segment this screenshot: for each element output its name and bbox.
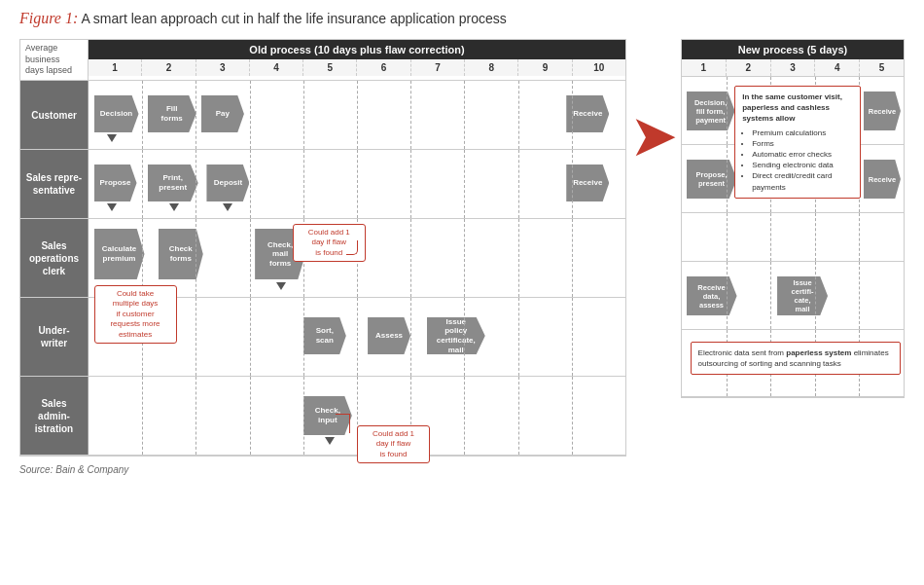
new-sales-admin-row: Electronic data sent from paperless syst… [682, 329, 904, 397]
new-day-4: 4 [815, 59, 860, 76]
old-customer-label: Customer [20, 81, 89, 149]
old-customer-content: Decision Fillforms Pay Receive [89, 81, 625, 149]
new-customer-receive: Receive [864, 91, 901, 130]
new-underwriter-content: Receivedata,assess Issuecertifi-cate,mai… [682, 262, 904, 329]
old-sales-admin-content: Check,input Could add 1day if flawis fou… [89, 377, 625, 455]
new-day-2: 2 [727, 59, 771, 76]
arrow-admin-underwriter [325, 437, 335, 445]
old-underwriter-issue-policy: Issuepolicycertificate,mail [427, 317, 485, 354]
old-sales-ops-calc: Calculatepremium [94, 229, 145, 279]
old-sales-ops-content: Calculatepremium Checkforms Check,mailfo… [89, 219, 625, 297]
diagram-container: Averagebusinessdays lapsed Old process (… [19, 39, 905, 457]
avg-label: Averagebusinessdays lapsed [20, 40, 89, 80]
arrow-connector: ➤ [634, 39, 673, 165]
info-bullet-5: Direct credit/credit card payments [752, 170, 853, 192]
old-days-row: 1 2 3 4 5 6 7 8 9 10 [89, 59, 625, 76]
arrow-sales-rep-ops-3 [223, 203, 232, 211]
arrow-customer-sales-1 [107, 134, 117, 142]
new-underwriter-row: Receivedata,assess Issuecertifi-cate,mai… [682, 261, 904, 329]
old-sales-rep-content: Propose Print,present Deposit Receive [89, 150, 625, 218]
old-sales-rep-row: Sales repre-sentative Propose Print,pres… [20, 149, 625, 218]
new-process-header: New process (5 days) [682, 40, 904, 59]
figure-label: Figure 1: [19, 10, 78, 26]
old-customer-pay: Pay [201, 95, 244, 132]
page-title: Figure 1: A smart lean approach cut in h… [19, 10, 905, 27]
old-sales-ops-label: Salesoperationsclerk [20, 219, 89, 297]
info-bullet-4: Sending electronic data [752, 160, 853, 170]
new-underwriter-issue-cert: Issuecertifi-cate,mail [777, 276, 828, 315]
new-process-panel: New process (5 days) 1 2 3 4 5 Decision,… [681, 39, 905, 398]
info-bullet-3: Automatic error checks [752, 149, 853, 160]
new-customer-row: Decision,fill form,payment Receive In th… [682, 76, 904, 144]
new-sales-admin-content: Electronic data sent from paperless syst… [682, 330, 904, 396]
info-bullet-1: Premium calculations [752, 128, 853, 138]
new-day-1: 1 [682, 59, 727, 76]
old-day-5: 5 [303, 59, 357, 76]
new-sales-rep-propose: Propose,present [687, 160, 737, 199]
old-process-header: Old process (10 days plus flaw correctio… [89, 40, 625, 59]
old-underwriter-sort-scan: Sort,scan [303, 317, 346, 354]
new-customer-decision: Decision,fill form,payment [687, 91, 735, 130]
arrow-ops-underwriter [276, 282, 286, 290]
old-day-7: 7 [411, 59, 465, 76]
new-underwriter-receive-assess: Receivedata,assess [687, 276, 737, 315]
big-red-arrow: ➤ [629, 78, 678, 165]
old-customer-row: Customer Decision Fillforms Pay Receive [20, 80, 625, 149]
old-underwriter-label: Under-writer [20, 298, 89, 376]
old-customer-fill-forms: Fillforms [148, 95, 196, 132]
old-day-8: 8 [465, 59, 518, 76]
source-text: Source: Bain & Company [19, 464, 905, 475]
old-sales-rep-propose: Propose [94, 165, 137, 201]
annotation-line-admin [336, 414, 350, 433]
new-customer-content: Decision,fill form,payment Receive In th… [682, 77, 904, 144]
new-days-header: 1 2 3 4 5 [682, 59, 904, 76]
figure-subtitle: A smart lean approach cut in half the li… [81, 11, 506, 26]
info-box-same-visit: In the same customer visit, paperless an… [734, 86, 861, 199]
old-day-2: 2 [142, 59, 195, 76]
old-sales-rep-deposit: Deposit [206, 165, 249, 201]
old-customer-decision: Decision [94, 95, 139, 132]
old-day-4: 4 [250, 59, 303, 76]
old-sales-rep-receive: Receive [566, 165, 609, 201]
old-day-3: 3 [196, 59, 250, 76]
new-sales-ops-row [682, 212, 904, 261]
new-sales-rep-receive: Receive [864, 160, 901, 199]
info-box-electronic-data: Electronic data sent from paperless syst… [691, 342, 902, 375]
old-day-9: 9 [518, 59, 572, 76]
old-sales-ops-row: Salesoperationsclerk Calculatepremium Ch… [20, 218, 625, 297]
info-bullet-2: Forms [752, 138, 853, 149]
old-day-6: 6 [357, 59, 410, 76]
old-process-panel: Averagebusinessdays lapsed Old process (… [19, 39, 626, 457]
annotation-could-add-1c: Could add 1day if flawis found [357, 425, 430, 463]
old-sales-rep-label: Sales repre-sentative [20, 150, 89, 218]
old-sales-admin-row: Salesadmin-istration Check,input Could a… [20, 376, 625, 456]
new-day-3: 3 [771, 59, 816, 76]
arrow-sales-rep-ops-1 [107, 203, 117, 211]
old-customer-receive: Receive [566, 95, 609, 132]
old-sales-admin-label: Salesadmin-istration [20, 377, 89, 455]
annotation-arrow-1a [346, 240, 358, 255]
new-sales-ops-content [682, 213, 904, 261]
arrow-sales-rep-ops-2 [169, 203, 179, 211]
old-sales-rep-print-present: Print,present [148, 165, 198, 201]
new-day-5: 5 [860, 59, 904, 76]
old-underwriter-assess: Assess [368, 317, 410, 354]
old-day-10: 10 [573, 59, 625, 76]
old-day-1: 1 [89, 59, 142, 76]
annotation-could-take-multiple: Could takemultiple daysif customerreques… [94, 285, 177, 344]
